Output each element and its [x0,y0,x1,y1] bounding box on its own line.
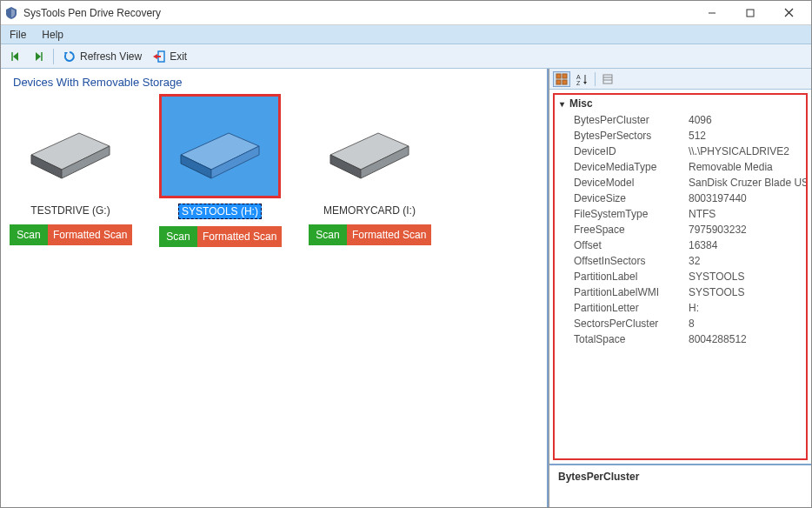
exit-label: Exit [170,50,187,63]
svg-rect-29 [603,75,612,84]
property-row[interactable]: FileSystemTypeNTFS [555,206,806,222]
devices-section-title: Devices With Removable Storage [10,76,538,89]
device-memorycard[interactable]: MEMORYCARD (I:) Scan Formatted Scan [309,94,430,247]
device-thumb [309,94,430,198]
property-row[interactable]: DeviceSize8003197440 [555,190,806,206]
property-row[interactable]: OffsetInSectors32 [555,253,806,269]
property-row[interactable]: Offset16384 [555,237,806,253]
device-label: TESTDRIVE (G:) [28,204,112,217]
property-row[interactable]: BytesPerCluster4096 [555,112,806,128]
formatted-scan-button[interactable]: Formatted Scan [48,224,132,245]
svg-rect-22 [562,74,567,78]
property-value: 512 [689,130,806,142]
property-row[interactable]: PartitionLetterH: [555,300,806,316]
svg-rect-23 [556,80,561,84]
property-value: 4096 [689,114,806,126]
device-thumb [159,94,281,198]
devices-panel: Devices With Removable Storage TESTDRIVE… [1,69,549,507]
drive-icon [322,107,417,185]
drive-icon [172,107,268,185]
nav-forward-button[interactable] [29,49,48,64]
refresh-button[interactable]: Refresh View [59,48,145,65]
menubar: File Help [1,25,811,44]
property-row[interactable]: TotalSpace8004288512 [555,331,806,347]
svg-text:Z: Z [576,80,581,85]
properties-grid[interactable]: ▾ Misc BytesPerCluster4096BytesPerSector… [553,93,808,460]
property-value: H: [689,302,806,314]
property-key: FileSystemType [574,208,689,220]
property-row[interactable]: BytesPerSectors512 [555,128,806,144]
property-row[interactable]: PartitionLabelWMISYSTOOLS [555,284,806,300]
property-value: 8003197440 [689,192,806,204]
property-key: DeviceSize [574,192,689,204]
svg-rect-1 [747,10,754,17]
property-key: FreeSpace [574,224,689,236]
property-category-misc[interactable]: ▾ Misc [555,95,806,112]
device-testdrive[interactable]: TESTDRIVE (G:) Scan Formatted Scan [10,94,131,247]
property-value: NTFS [689,208,806,220]
device-thumb [10,94,131,198]
property-value: SanDisk Cruzer Blade USB Devi [689,177,806,189]
formatted-scan-button[interactable]: Formatted Scan [197,226,282,247]
prop-toolbar-separator [595,72,596,86]
property-description: BytesPerCluster [549,464,811,507]
minimize-button[interactable] [693,2,731,24]
toolbar-separator [53,49,54,64]
device-label: MEMORYCARD (I:) [321,204,418,217]
device-buttons: Scan Formatted Scan [309,224,430,245]
alphabetical-button[interactable]: AZ [574,71,591,87]
property-pages-button[interactable] [599,71,616,87]
property-key: Offset [574,239,689,251]
close-button[interactable] [769,2,808,24]
window-controls [693,2,808,24]
svg-marker-6 [36,52,41,61]
properties-toolbar: AZ [549,69,811,90]
exit-icon [152,50,166,64]
property-row[interactable]: SectorsPerCluster8 [555,316,806,331]
property-description-title: BytesPerCluster [558,471,639,483]
titlebar: SysTools Pen Drive Recovery [1,1,811,25]
property-row[interactable]: DeviceModelSanDisk Cruzer Blade USB Devi [555,175,806,190]
property-key: DeviceModel [574,177,689,189]
property-value: 8 [689,318,806,330]
exit-button[interactable]: Exit [149,48,190,65]
menu-file[interactable]: File [10,29,26,41]
property-key: BytesPerSectors [574,130,689,142]
toolbar: Refresh View Exit [1,44,811,69]
property-row[interactable]: PartitionLabelSYSTOOLS [555,269,806,284]
device-buttons: Scan Formatted Scan [10,224,131,245]
device-label: SYSTOOLS (H:) [178,204,262,219]
device-buttons: Scan Formatted Scan [159,226,281,247]
property-value: SYSTOOLS [689,286,806,298]
categorized-button[interactable] [553,71,570,87]
scan-button[interactable]: Scan [10,224,48,245]
property-key: TotalSpace [574,333,689,345]
svg-rect-21 [556,74,561,78]
property-key: DeviceID [574,145,689,157]
refresh-label: Refresh View [80,50,142,63]
property-key: PartitionLabel [574,271,689,283]
scan-button[interactable]: Scan [159,226,197,247]
property-row[interactable]: FreeSpace7975903232 [555,222,806,237]
maximize-button[interactable] [731,2,769,24]
property-value: 8004288512 [689,333,806,345]
nav-back-button[interactable] [6,49,25,64]
main-area: Devices With Removable Storage TESTDRIVE… [1,69,811,507]
property-key: PartitionLabelWMI [574,286,689,298]
formatted-scan-button[interactable]: Formatted Scan [347,224,431,245]
property-row[interactable]: DeviceMediaTypeRemovable Media [555,159,806,175]
drive-icon [23,107,118,185]
property-value: 32 [689,255,806,267]
svg-rect-24 [562,80,567,84]
property-value: \\.\PHYSICALDRIVE2 [689,145,806,157]
menu-help[interactable]: Help [42,29,63,41]
chevron-down-icon: ▾ [560,99,564,109]
property-key: PartitionLetter [574,302,689,314]
property-key: BytesPerCluster [574,114,689,126]
property-value: Removable Media [689,161,806,173]
scan-button[interactable]: Scan [309,224,347,245]
property-row[interactable]: DeviceID\\.\PHYSICALDRIVE2 [555,144,806,159]
device-systools[interactable]: SYSTOOLS (H:) Scan Formatted Scan [159,94,281,247]
app-icon [4,6,18,20]
devices-list: TESTDRIVE (G:) Scan Formatted Scan SYSTO… [10,94,538,247]
